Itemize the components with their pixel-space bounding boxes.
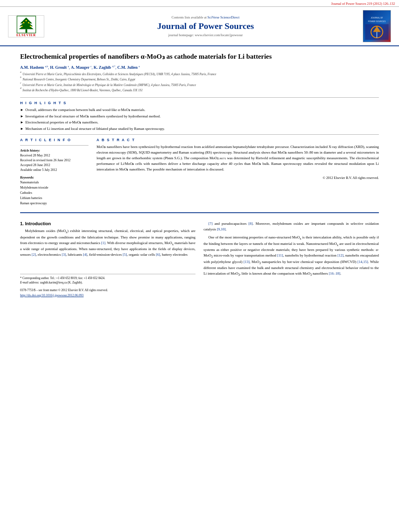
ref-14-15[interactable]: [14,15] — [358, 260, 368, 264]
affil-b: b National Research Centre, Inorganic Ch… — [20, 77, 379, 82]
highlight-text-3: Electrochemical properties of α-MoO₃ nan… — [25, 120, 99, 125]
sciverse-link[interactable]: SciVerse ScienceDirect — [208, 15, 240, 19]
affil-d: d Institut de Recherche d'Hydro-Québec, … — [20, 88, 379, 92]
highlight-arrow-4: ► — [20, 126, 24, 131]
ref-4[interactable]: [4] — [83, 253, 87, 257]
abstract-title: A B S T R A C T — [97, 138, 379, 142]
highlight-arrow-1: ► — [20, 107, 24, 113]
homepage-url: www.elsevier.com/locate/jpowsour — [195, 33, 243, 37]
keywords-group: Keywords: Nanomaterials Molybdenum triox… — [20, 176, 88, 206]
highlight-arrow-3: ► — [20, 120, 24, 125]
svg-point-6 — [25, 20, 27, 21]
divider-1 — [20, 97, 379, 98]
intro-title: 1. Introduction — [20, 221, 195, 226]
svg-marker-3 — [19, 23, 33, 29]
journal-ref-bar: Journal of Power Sources 219 (2012) 126–… — [0, 0, 399, 6]
keyword-3: Cathodes — [20, 191, 88, 196]
ref-8[interactable]: [8] — [249, 222, 253, 226]
ref-7[interactable]: [7] — [208, 222, 213, 226]
highlights-section: H I G H L I G H T S ► Overall, addresses… — [20, 101, 379, 131]
available-date: Available online 5 July 2012 — [20, 168, 88, 173]
keyword-4: Lithium batteries — [20, 196, 88, 201]
divider-info — [20, 145, 88, 146]
body-right-col: [7] and pseudocapacitors [8]. Moreover, … — [204, 221, 379, 297]
keyword-5: Raman spectroscopy — [20, 201, 88, 206]
affil-a: a Université Pierre et Marie Curie, Phys… — [20, 72, 379, 76]
right-para-1: [7] and pseudocapacitors [8]. Moreover, … — [204, 221, 379, 277]
article-history: Article history: Received 28 May 2012 Re… — [20, 149, 88, 173]
author-groult: H. Groult — [50, 65, 66, 70]
ref-16-18[interactable]: [16–18] — [329, 271, 340, 275]
affil-c: c Université Pierre et Marie Curie, Inst… — [20, 83, 379, 87]
svg-point-5 — [28, 22, 29, 23]
highlight-3: ► Electrochemical properties of α-MoO₃ n… — [20, 120, 379, 125]
body-left-col: 1. Introduction Molybdenum oxides (MoOx)… — [20, 221, 195, 297]
journal-ref-text: Journal of Power Sources 219 (2012) 126–… — [331, 2, 395, 6]
abstract-text: MoO₃ nanofibers have been synthesized by… — [97, 144, 379, 173]
highlights-title: H I G H L I G H T S — [20, 101, 379, 105]
highlight-text-2: Investigation of the local structure of … — [25, 114, 160, 119]
svg-point-8 — [29, 25, 31, 27]
highlight-arrow-2: ► — [20, 114, 24, 119]
page-header: ELSEVIER Contents lists available at Sci… — [0, 6, 399, 46]
intro-para-1: Molybdenum oxides (MoOx) exhibit interes… — [20, 228, 195, 258]
svg-point-4 — [23, 22, 25, 23]
article-title: Electrochemical properties of nanofibers… — [20, 52, 379, 61]
ref-3[interactable]: [3] — [62, 253, 66, 257]
ref-5[interactable]: [5] — [123, 253, 127, 257]
intro-text: Molybdenum oxides (MoOx) exhibit interes… — [20, 228, 195, 258]
received-revised: Received in revised form 26 June 2012 — [20, 158, 88, 163]
doi-link[interactable]: http://dx.doi.org/10.1016/j.jpowsour.201… — [20, 294, 84, 297]
history-label: Article history: — [20, 149, 88, 152]
svg-point-7 — [21, 25, 23, 27]
ref-12[interactable]: [12] — [337, 253, 343, 257]
journal-cover: JOURNAL OF POWER SOURCES — [363, 10, 395, 42]
highlight-text-4: Mechanism of Li insertion and local stru… — [25, 126, 165, 131]
accepted-date: Accepted 28 June 2012 — [20, 163, 88, 168]
elsevier-logo-section: ELSEVIER — [4, 10, 48, 42]
ref-2[interactable]: [2] — [32, 253, 36, 257]
journal-header-center: Contents lists available at SciVerse Sci… — [52, 10, 359, 42]
footer-refs: 0378-7753/$ – see front matter © 2012 El… — [20, 288, 195, 297]
elsevier-tree-icon — [15, 16, 37, 33]
ref-1[interactable]: [1] — [101, 241, 106, 245]
highlight-2: ► Investigation of the local structure o… — [20, 114, 379, 119]
svg-text:JOURNAL OF: JOURNAL OF — [371, 17, 383, 19]
highlight-1: ► Overall, addresses the comparison betw… — [20, 107, 379, 113]
highlight-4: ► Mechanism of Li insertion and local st… — [20, 126, 379, 131]
corresponding-author-note: * Corresponding author. Tel.: +1 450 652… — [20, 276, 195, 280]
footnotes: * Corresponding author. Tel.: +1 450 652… — [20, 274, 195, 284]
issn-line: 0378-7753/$ – see front matter © 2012 El… — [20, 288, 195, 292]
author-julien: C.M. Julien — [117, 65, 138, 70]
cover-svg: JOURNAL OF POWER SOURCES — [363, 10, 391, 42]
main-content: Electrochemical properties of nanofibers… — [0, 46, 399, 303]
elsevier-logo-box: ELSEVIER — [8, 15, 44, 37]
keyword-2: Molybdenum trioxide — [20, 185, 88, 191]
ref-9-10[interactable]: [9,10] — [217, 227, 226, 231]
doi-line: http://dx.doi.org/10.1016/j.jpowsour.201… — [20, 293, 195, 297]
keywords-label: Keywords: — [20, 176, 88, 179]
article-info-title: A R T I C L E I N F O — [20, 138, 88, 142]
author-mauger: A. Mauger — [71, 65, 89, 70]
sciverse-line: Contents lists available at SciVerse Sci… — [172, 15, 240, 19]
authors-line: A.M. Hashem a,b, H. Groult a, A. Mauger … — [20, 65, 379, 70]
divider-2 — [20, 134, 379, 135]
received-date: Received 28 May 2012 — [20, 153, 88, 158]
ref-11[interactable]: [11] — [277, 253, 283, 257]
author-zaghib: K. Zaghib — [94, 65, 111, 70]
abstract-col: A B S T R A C T MoO₃ nanofibers have bee… — [97, 138, 379, 209]
copyright-line: © 2012 Elsevier B.V. All rights reserved… — [97, 176, 379, 180]
elsevier-wordmark: ELSEVIER — [16, 33, 36, 37]
journal-homepage: journal homepage: www.elsevier.com/locat… — [169, 33, 243, 37]
journal-title: Journal of Power Sources — [157, 21, 254, 31]
ref-13[interactable]: [13] — [243, 260, 249, 264]
article-info-col: A R T I C L E I N F O Article history: R… — [20, 138, 88, 209]
divider-thick — [20, 212, 379, 213]
keyword-1: Nanomaterials — [20, 180, 88, 185]
affiliations: a Université Pierre et Marie Curie, Phys… — [20, 72, 379, 92]
highlight-text-1: Overall, addresses the comparison betwee… — [25, 107, 145, 113]
email-note: E-mail address: zaghib.karim@ireq.ca (K.… — [20, 281, 195, 284]
article-info-abstract: A R T I C L E I N F O Article history: R… — [20, 138, 379, 209]
ref-6[interactable]: [6] — [156, 253, 160, 257]
body-section: 1. Introduction Molybdenum oxides (MoOx)… — [20, 221, 379, 297]
